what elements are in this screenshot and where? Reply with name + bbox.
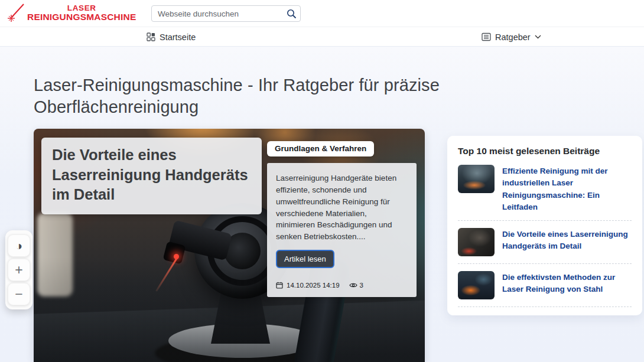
article-icon <box>482 32 491 41</box>
views-group: 3 <box>349 282 363 289</box>
search-input[interactable] <box>152 9 282 18</box>
minus-icon: − <box>15 286 22 302</box>
page-title: Laser-Reinigungsmaschine - Ihr Ratgeber … <box>34 74 506 118</box>
dashed-divider <box>458 306 632 307</box>
logo-line-1: LASER <box>27 4 136 12</box>
article-link-label: Die Vorteile eines Laserreinigung Handge… <box>502 228 632 253</box>
sidebar-article-1[interactable]: Effiziente Reinigung mit der industriell… <box>458 165 632 213</box>
read-article-button[interactable]: Artikel lesen <box>276 250 334 268</box>
laser-beam-icon <box>6 2 26 24</box>
hero-excerpt-card: Laserreinigung Handgeräte bieten effizie… <box>267 163 417 297</box>
search-icon <box>287 9 297 19</box>
sidebar-article-2[interactable]: Die Vorteile eines Laserreinigung Handge… <box>458 228 632 256</box>
font-decrease-button[interactable]: − <box>8 283 30 305</box>
article-link-label: Effiziente Reinigung mit der industriell… <box>502 165 632 213</box>
contrast-toggle-button[interactable]: ◑ <box>8 234 30 257</box>
article-thumbnail <box>458 165 495 193</box>
sidebar-title: Top 10 meist gelesenen Beiträge <box>458 146 632 156</box>
site-search <box>151 5 301 22</box>
calendar-icon <box>276 282 283 289</box>
font-increase-button[interactable]: + <box>8 259 30 281</box>
logo-line-2: REINIGUNGSMASCHINE <box>27 12 136 22</box>
nav-startseite-label: Startseite <box>160 32 196 42</box>
site-logo[interactable]: LASER REINIGUNGSMASCHINE <box>6 2 136 24</box>
chevron-down-icon <box>535 35 541 39</box>
featured-article-card: Die Vorteile eines Laserreinigung Handge… <box>34 129 425 362</box>
accessibility-toolbar: ◑ + − <box>5 230 32 309</box>
main-nav: Startseite Ratgeber <box>0 27 644 47</box>
grid-icon <box>147 32 155 41</box>
top-header: LASER REINIGUNGSMASCHINE <box>0 0 644 27</box>
eye-icon <box>349 282 357 288</box>
nav-item-ratgeber[interactable]: Ratgeber <box>482 27 541 47</box>
search-button[interactable] <box>282 6 300 21</box>
dashed-divider <box>458 220 632 221</box>
article-thumbnail <box>458 271 495 299</box>
view-count: 3 <box>360 282 363 289</box>
publish-date: 14.10.2025 14:19 <box>287 282 340 289</box>
plus-icon: + <box>15 262 22 278</box>
sidebar-article-3[interactable]: Die effektivsten Methoden zur Laser Rein… <box>458 271 632 299</box>
site-logo-text: LASER REINIGUNGSMASCHINE <box>27 4 136 22</box>
nav-ratgeber-label: Ratgeber <box>495 32 531 42</box>
dashed-divider <box>458 263 632 264</box>
page: LASER REINIGUNGSMASCHINE <box>0 0 644 362</box>
article-thumbnail <box>458 228 495 256</box>
hero-excerpt-text: Laserreinigung Handgeräte bieten effizie… <box>276 172 408 243</box>
article-link-label: Die effektivsten Methoden zur Laser Rein… <box>502 271 632 296</box>
contrast-icon: ◑ <box>15 239 22 252</box>
hero-title-box: Die Vorteile eines Laserreinigung Handge… <box>41 138 262 214</box>
top-articles-sidebar: Top 10 meist gelesenen Beiträge Effizien… <box>447 136 642 315</box>
hero-article-title: Die Vorteile eines Laserreinigung Handge… <box>52 145 251 205</box>
hero-meta: 14.10.2025 14:19 3 <box>276 282 408 289</box>
nav-item-startseite[interactable]: Startseite <box>147 27 196 47</box>
category-badge[interactable]: Grundlagen & Verfahren <box>267 141 374 156</box>
